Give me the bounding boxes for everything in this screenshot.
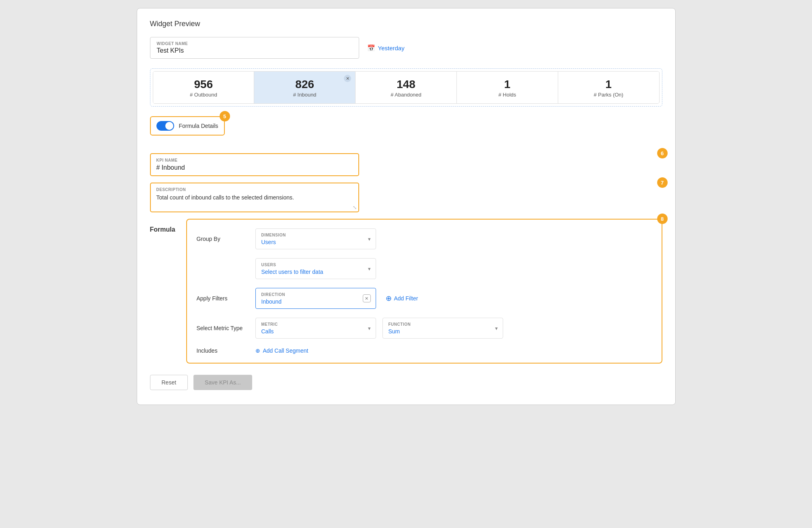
metric-value: Calls: [261, 328, 274, 335]
kpi-tab-inbound-number: 826: [258, 78, 351, 91]
kpi-tab-outbound-label: # Outbound: [157, 92, 250, 98]
header-row: WIDGET NAME Test KPIs 📅 Yesterday: [150, 37, 662, 59]
kpi-tab-inbound-label: # Inbound: [258, 92, 351, 98]
formula-metric-row: Select Metric Type METRIC Calls ▾ FUNCTI…: [197, 318, 652, 339]
add-segment-label: Add Call Segment: [263, 347, 308, 354]
formula-toggle-row: Formula Details: [150, 116, 225, 136]
page-title: Widget Preview: [150, 20, 662, 28]
dimension-dropdown[interactable]: DIMENSION Users ▾: [255, 228, 376, 249]
function-value: Sum: [389, 328, 400, 335]
kpi-tabs-wrapper: 956 # Outbound 826 # Inbound ✕ 148 # Aba…: [150, 68, 662, 107]
function-field-label: FUNCTION: [389, 322, 488, 327]
kpi-tab-parks[interactable]: 1 # Parks (On): [558, 72, 659, 103]
formula-group-by-row: Group By DIMENSION Users ▾: [197, 228, 652, 249]
direction-dropdown[interactable]: DIRECTION Inbound ✕: [255, 288, 376, 309]
users-placeholder: Select users to filter data: [261, 269, 323, 275]
formula-users-row: USERS Select users to filter data ▾: [197, 258, 652, 279]
kpi-name-label: KPI NAME: [156, 158, 353, 162]
function-dropdown[interactable]: FUNCTION Sum ▾: [382, 318, 503, 339]
metric-dropdowns: METRIC Calls ▾ FUNCTION Sum ▾: [255, 318, 503, 339]
users-chevron-icon: ▾: [368, 266, 371, 272]
kpi-name-wrapper: KPI NAME # Inbound 6: [150, 153, 662, 176]
function-chevron-icon: ▾: [495, 325, 498, 331]
kpi-tab-holds-label: # Holds: [461, 92, 554, 98]
kpi-tabs: 956 # Outbound 826 # Inbound ✕ 148 # Aba…: [153, 71, 660, 104]
date-button[interactable]: 📅 Yesterday: [367, 44, 405, 52]
kpi-tab-inbound-close[interactable]: ✕: [344, 75, 351, 82]
users-field-label: USERS: [261, 263, 361, 267]
description-value: Total count of inbound calls to the sele…: [156, 194, 294, 201]
date-button-label: Yesterday: [378, 45, 405, 51]
widget-name-label: WIDGET NAME: [157, 41, 352, 46]
description-box[interactable]: DESCRIPTION Total count of inbound calls…: [150, 183, 359, 212]
kpi-tab-abandoned-number: 148: [360, 78, 452, 91]
step-badge-7: 7: [657, 177, 668, 188]
add-filter-icon: ⊕: [386, 295, 392, 302]
kpi-tab-abandoned[interactable]: 148 # Abandoned: [356, 72, 457, 103]
kpi-tab-inbound[interactable]: 826 # Inbound ✕: [254, 72, 356, 103]
kpi-tab-outbound[interactable]: 956 # Outbound: [153, 72, 255, 103]
kpi-tab-outbound-number: 956: [157, 78, 250, 91]
add-filter-label: Add Filter: [394, 295, 418, 302]
metric-row-label: Select Metric Type: [197, 325, 249, 331]
widget-name-box: WIDGET NAME Test KPIs: [150, 37, 359, 59]
dimension-value: Users: [261, 239, 276, 245]
main-card: Widget Preview WIDGET NAME Test KPIs 📅 Y…: [137, 8, 676, 405]
kpi-tab-holds[interactable]: 1 # Holds: [457, 72, 558, 103]
step-badge-6: 6: [657, 148, 668, 158]
formula-section-label: Formula: [150, 219, 186, 233]
direction-clear-button[interactable]: ✕: [363, 294, 371, 302]
metric-field-label: METRIC: [261, 322, 361, 327]
kpi-tab-holds-number: 1: [461, 78, 554, 91]
formula-includes-row: Includes ⊕ Add Call Segment: [197, 347, 652, 354]
add-filter-button[interactable]: ⊕ Add Filter: [386, 295, 418, 302]
apply-filters-label: Apply Filters: [197, 295, 249, 302]
formula-filters-row: Apply Filters DIRECTION Inbound ✕ ⊕ Add …: [197, 288, 652, 309]
users-dropdown[interactable]: USERS Select users to filter data ▾: [255, 258, 376, 279]
dimension-field-label: DIMENSION: [261, 233, 361, 237]
direction-value: Inbound: [261, 298, 282, 305]
description-wrapper: DESCRIPTION Total count of inbound calls…: [150, 183, 662, 212]
kpi-name-box[interactable]: KPI NAME # Inbound: [150, 153, 359, 176]
close-x-icon: ✕: [365, 296, 368, 301]
save-button: Save KPI As...: [193, 375, 252, 390]
description-label: DESCRIPTION: [156, 187, 353, 192]
metric-chevron-icon: ▾: [368, 325, 371, 331]
resize-handle-icon: ⤡: [353, 205, 357, 210]
bottom-buttons: Reset Save KPI As...: [150, 375, 662, 390]
formula-toggle-switch[interactable]: [156, 121, 174, 131]
formula-box: Group By DIMENSION Users ▾ USERS Select …: [186, 219, 662, 364]
add-segment-button[interactable]: ⊕ Add Call Segment: [255, 347, 308, 354]
step-badge-8: 8: [657, 214, 668, 224]
kpi-tab-parks-number: 1: [562, 78, 655, 91]
direction-field-label: DIRECTION: [261, 292, 358, 297]
calendar-icon: 📅: [367, 44, 375, 52]
metric-dropdown[interactable]: METRIC Calls ▾: [255, 318, 376, 339]
step-badge-5: 5: [220, 111, 230, 121]
reset-button[interactable]: Reset: [150, 375, 188, 390]
formula-section: Formula Group By DIMENSION Users ▾ USE: [150, 219, 662, 364]
group-by-label: Group By: [197, 236, 249, 242]
kpi-name-value: # Inbound: [156, 164, 185, 171]
kpi-tab-parks-label: # Parks (On): [562, 92, 655, 98]
includes-label: Includes: [197, 347, 249, 354]
widget-name-value: Test KPIs: [157, 47, 184, 54]
add-segment-icon: ⊕: [255, 347, 260, 354]
dimension-chevron-icon: ▾: [368, 236, 371, 242]
kpi-tab-abandoned-label: # Abandoned: [360, 92, 452, 98]
close-icon: ✕: [346, 76, 349, 81]
formula-toggle-label: Formula Details: [179, 123, 218, 129]
